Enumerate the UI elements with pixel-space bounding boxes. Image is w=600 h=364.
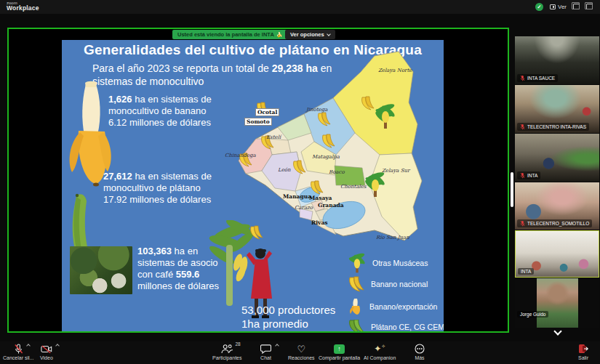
legend-label: Banano nacional [371,280,428,288]
ai-sparkle-icon: ✦✧ [374,344,385,354]
green-plantain-icon [348,320,365,331]
share-screen-label: Compartir pantalla [319,355,360,360]
muted-mic-icon [520,124,525,130]
participant-video [537,278,578,328]
legend-item: Plátano CE, CG CEMSA [348,320,444,331]
ai-companion-label: AI Companion [364,355,396,360]
map-region-label: Zelaya Norte [378,68,412,73]
reactions-button[interactable]: ♡ Reacciones [288,343,315,360]
stat-value: 103,363 [137,246,172,256]
share-screen-icon: ↑ [334,344,345,354]
brand-workplace: Workplace [7,5,39,12]
view-options-label: Ver opciones [290,31,324,38]
mic-muted-icon [14,344,23,355]
shared-screen-area: Generalidades del cultivo de plátano en … [7,28,509,333]
chevron-down-icon [327,32,331,36]
scroll-participants-down-button[interactable] [550,327,566,339]
banana-plant-icon [348,252,367,274]
stat-banano-monocultivo: 1,626 ha en sistemas de monocultivo de b… [108,94,238,129]
muted-mic-icon [520,75,525,81]
map-region-label: Chinandega [225,153,256,158]
title-bar: zoom Workplace ✓ Ver [0,0,600,14]
participant-tile[interactable]: Jorge Guido [515,278,599,328]
producers-text: 53,000 productores 1ha promedio [241,304,335,331]
fullscreen-window-icon[interactable] [586,4,593,9]
map-region-label: Río San Juan [376,235,409,240]
share-banner-text: Usted está viendo la pantalla de INTA [177,31,274,38]
view-menu-button[interactable]: Ver [550,4,567,10]
encryption-shield-icon[interactable]: ✓ [535,3,543,11]
nicaragua-map [225,46,444,258]
participant-tile[interactable]: INTA [515,134,599,182]
banana-emoji-icon: 🍌 [276,32,283,38]
leave-label: Salir [578,355,588,360]
zoom-meeting-window: zoom Workplace ✓ Ver Usted está viendo l… [0,0,600,364]
chat-options-caret[interactable] [275,344,279,348]
chevron-down-icon [553,327,561,335]
leave-meeting-button[interactable]: Salir [578,343,588,360]
producers-line2: 1ha promedio [241,318,335,331]
map-region-label: Boaco [329,169,345,175]
legend-label: Plátano CE, CG CEMSA [371,323,444,331]
restore-window-icon[interactable] [573,4,580,9]
participant-name: INTA [527,173,537,178]
map-region-label: León [278,167,291,173]
peeled-banana-icon [348,298,364,315]
muted-mic-icon [520,172,525,179]
producers-line1: 53,000 productores [241,304,335,318]
participant-name: INTA SAUCE [527,76,555,81]
meeting-toolbar: Cancelar sil... Video 28 Participantes C… [0,341,600,364]
zoom-workplace-logo: zoom Workplace [7,1,39,12]
participant-tile-active-speaker[interactable]: INTA [515,230,599,278]
stat-platano-monocultivo: 27,612 ha en sistemas de monocultivo de … [103,171,239,206]
more-button[interactable]: Más [415,343,425,360]
video-options-caret[interactable] [55,344,60,348]
muted-mic-icon [520,220,525,227]
stat-money-value: 559.6 [176,269,200,280]
more-icon [415,344,425,354]
map-region-label: Managua [283,193,311,200]
chat-label: Chat [260,355,271,360]
panel-scrollbar[interactable] [511,172,513,207]
legend-label: Otras Musáceas [372,259,428,267]
participants-label: Participantes [212,355,241,360]
participant-tile[interactable]: TELECENTRO_SOMOTILLO [515,182,599,230]
ai-companion-button[interactable]: ✦✧ AI Companion [364,343,396,360]
map-region-label: Carazo [295,205,313,211]
map-region-label: Matagalpa [312,154,340,160]
unmute-button[interactable]: Cancelar sil... [3,343,33,360]
view-options-button[interactable]: Ver opciones [285,30,335,39]
screen-share-banner: Usted está viendo la pantalla de INTA 🍌 [172,30,288,39]
stat-money: 6.12 millones de dólares [108,117,238,129]
heart-icon: ♡ [297,344,305,354]
participants-icon [221,344,233,354]
participant-name: Jorge Guido [520,312,545,317]
share-screen-button[interactable]: ↑ Compartir pantalla [319,343,360,360]
map-region-label: Zelaya Sur [382,168,409,174]
stat-value: 27,612 [103,171,132,182]
view-layout-icon [550,4,556,9]
legend-item: Banano/exportación [348,298,437,315]
chat-button[interactable]: Chat [260,343,271,360]
map-region-label: Chontales [340,184,367,190]
banana-bunch-icon [348,276,365,292]
participants-button[interactable]: 28 Participantes [212,343,241,360]
participant-name: TELECENTRO INTA-RIVAS [527,124,586,129]
legend-label: Banano/exportación [369,302,437,311]
participant-tile[interactable]: INTA SAUCE [515,36,599,84]
map-region-label: Granada [318,202,344,209]
participant-tile[interactable]: TELECENTRO INTA-RIVAS [515,85,599,133]
coffee-association-photo [70,246,132,294]
presentation-slide: Generalidades del cultivo de plátano en … [62,40,444,331]
participant-name: TELECENTRO_SOMOTILLO [527,221,589,226]
video-button[interactable]: Video [40,343,53,360]
reactions-label: Reacciones [288,355,315,360]
unmute-label: Cancelar sil... [3,355,33,360]
more-label: Más [415,355,424,360]
legend-item: Banano nacional [348,276,428,292]
map-region-label: Estelí [266,134,281,140]
map-region-label: Jinotega [306,107,327,113]
mic-options-caret[interactable] [26,344,31,348]
video-label: Video [40,355,53,360]
participants-count-badge: 28 [236,341,241,347]
